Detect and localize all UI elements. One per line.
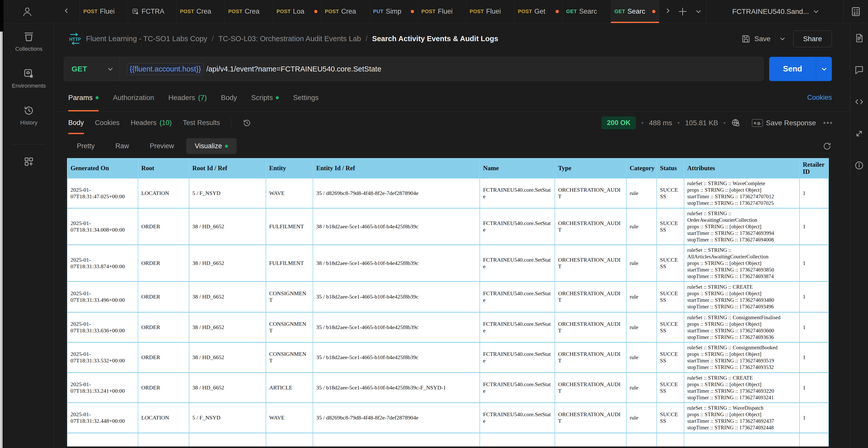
documentation-icon[interactable] <box>854 33 864 43</box>
tab-label: Cookies <box>95 119 120 127</box>
share-button[interactable]: Share <box>793 31 832 47</box>
tab-menu-button[interactable] <box>690 0 706 23</box>
response-tab-test-results[interactable]: Test Results <box>183 112 220 134</box>
request-tab-11[interactable]: GETSearc <box>563 0 611 23</box>
table-cell-retailer-id: 1 <box>800 373 829 403</box>
attribute-line: stopTimer :: STRING :: 1736274692448 <box>687 424 796 431</box>
sidebar-item-history[interactable]: History <box>20 105 37 126</box>
table-cell-type: ORCHESTRATION_AUDIT <box>555 312 626 342</box>
table-cell-name: FCTRAINEU540.core.SetState <box>480 178 555 208</box>
more-options-button[interactable] <box>824 122 832 124</box>
tab-body[interactable]: Body <box>221 84 237 111</box>
code-icon[interactable] <box>854 97 864 107</box>
right-sidebar <box>850 24 868 448</box>
request-tab-6[interactable]: POSTCrea <box>321 0 370 23</box>
attribute-line: ruleSet :: STRING :: ConsignmentFinalise… <box>687 314 796 321</box>
environment-selector[interactable]: FCTRAINEU540.Sand... <box>707 0 843 23</box>
table-cell-generated-on <box>67 433 138 446</box>
table-cell-type: ORCHESTRATION_AUDIT <box>555 373 626 403</box>
breadcrumb-folder[interactable]: TC-SO-L03: Orchestration Audit Events La… <box>218 35 361 43</box>
info-icon[interactable] <box>854 160 864 170</box>
modified-dot <box>96 96 99 99</box>
sidebar-divider <box>12 144 45 144</box>
account-button[interactable] <box>0 0 54 23</box>
response-history-icon[interactable] <box>242 118 251 128</box>
attribute-line: props :: STRING :: [object Object] <box>687 351 796 357</box>
new-tab-button[interactable] <box>675 0 690 23</box>
table-cell-attributes: ruleSet :: STRING :: ConsignmentBookedpr… <box>684 342 800 373</box>
tab-scripts[interactable]: Scripts <box>251 84 279 111</box>
history-icon <box>23 105 35 116</box>
cookies-link[interactable]: Cookies <box>807 94 832 102</box>
request-tab-5[interactable]: POSTLoa <box>273 0 321 23</box>
url-variable-chip[interactable]: {{fluent.account.host}} <box>127 63 204 75</box>
attribute-line: props :: STRING :: [object Object] <box>687 223 796 230</box>
breadcrumb-collection[interactable]: Fluent Learning - TC-SO1 Labs Copy <box>86 35 207 43</box>
table-cell-entity-id-ref: 35 / b18d2aee-5ce1-4665-b10f-b4e425f8b39… <box>313 342 480 373</box>
table-row: 2025-01-07T18:31:34.008+00:00ORDER38 / H… <box>67 208 829 245</box>
table-cell-retailer-id: 1 <box>800 245 829 281</box>
example-icon: e.g. <box>752 119 763 127</box>
environment-quick-look-button[interactable] <box>844 0 868 23</box>
expand-arrows-icon[interactable] <box>854 129 864 139</box>
sidebar-configure-button[interactable] <box>23 156 34 167</box>
table-row: 2025-01-07T18:31:47.025+00:00LOCATION5 /… <box>67 178 829 208</box>
response-tab-cookies[interactable]: Cookies <box>95 112 120 134</box>
response-tab-body[interactable]: Body <box>68 112 84 134</box>
request-tab-8[interactable]: POSTFluei <box>418 0 466 23</box>
table-cell-root: ORDER <box>138 281 189 312</box>
send-button[interactable]: Send <box>769 57 832 81</box>
table-cell-status: SUCCESS <box>657 245 684 281</box>
table-cell-type: ORCHESTRATION_AUDIT <box>555 342 626 373</box>
response-tab-headers[interactable]: Headers(10) <box>131 112 172 134</box>
table-cell-type: ORCHESTRATION_AUDIT <box>555 178 626 208</box>
table-cell-root-id-ref: 38 / HD_6652 <box>189 281 266 312</box>
request-tab-10[interactable]: POSTGet <box>515 0 563 23</box>
request-title[interactable]: Search Activity Events & Audit Logs <box>372 35 498 43</box>
network-globe-icon[interactable] <box>731 118 741 128</box>
view-tab-raw[interactable]: Raw <box>107 138 138 154</box>
attribute-line: stopTimer :: STRING :: 1736274693532 <box>687 364 796 371</box>
save-button[interactable]: Save <box>741 34 770 44</box>
attribute-line: startTimer :: STRING :: 1736274707012 <box>687 193 796 200</box>
request-tab-4[interactable]: POSTCrea <box>225 0 273 23</box>
view-tab-preview[interactable]: Preview <box>141 138 183 154</box>
tab-label: Headers <box>168 94 195 102</box>
request-tab-3[interactable]: POSTCrea <box>177 0 225 23</box>
view-tab-visualize[interactable]: Visualize <box>186 138 237 154</box>
table-row: 2025-01-07T18:31:33.496+00:00ORDER38 / H… <box>67 281 829 312</box>
tab-scroll-left-button[interactable] <box>54 0 80 23</box>
request-tab-2[interactable]: FCTRA <box>128 0 177 23</box>
comments-icon[interactable] <box>854 65 864 75</box>
tab-params[interactable]: Params <box>68 84 99 111</box>
tab-settings[interactable]: Settings <box>293 84 318 111</box>
table-cell-retailer-id: 1 <box>800 403 829 433</box>
request-tab-7[interactable]: PUTSimp <box>370 0 418 23</box>
send-options-button[interactable] <box>816 57 832 81</box>
table-cell-retailer-id <box>800 433 829 446</box>
tab-scroll-right-button[interactable] <box>659 0 675 23</box>
tab-headers[interactable]: Headers(7) <box>168 84 207 111</box>
request-config-tabs: ParamsAuthorizationHeaders(7)BodyScripts… <box>54 84 850 112</box>
view-tab-pretty[interactable]: Pretty <box>68 138 103 154</box>
save-response-label: Save Response <box>766 119 816 127</box>
url-input[interactable]: {{fluent.account.host}} /api/v4.1/event?… <box>120 63 389 75</box>
tab-method-label: POST <box>228 9 242 14</box>
table-cell-generated-on: 2025-01-07T18:31:34.008+00:00 <box>67 208 138 245</box>
tab-authorization[interactable]: Authorization <box>113 84 154 111</box>
save-response-button[interactable]: e.g. Save Response <box>752 119 816 127</box>
status-badge[interactable]: 200 OK <box>601 116 636 129</box>
method-select[interactable]: GET <box>64 65 120 73</box>
environments-icon <box>132 8 139 15</box>
attribute-line: startTimer :: STRING :: 1736274693480 <box>687 297 796 303</box>
request-tab-12[interactable]: GETSearc <box>611 0 659 23</box>
sidebar-item-environments[interactable]: Environments <box>12 68 46 89</box>
table-cell-root-id-ref: 5 / F_NSYD <box>189 403 266 433</box>
refresh-icon[interactable] <box>822 141 832 151</box>
plus-icon <box>679 8 686 15</box>
table-cell-entity-id-ref: 35 / b18d2aee-5ce1-4665-b10f-b4e425f8b39… <box>313 281 480 312</box>
request-tab-1[interactable]: POSTFluei <box>80 0 128 23</box>
save-options-chevron-icon[interactable] <box>780 36 785 40</box>
sidebar-item-collections[interactable]: Collections <box>15 31 42 52</box>
request-tab-9[interactable]: POSTFluei <box>466 0 515 23</box>
